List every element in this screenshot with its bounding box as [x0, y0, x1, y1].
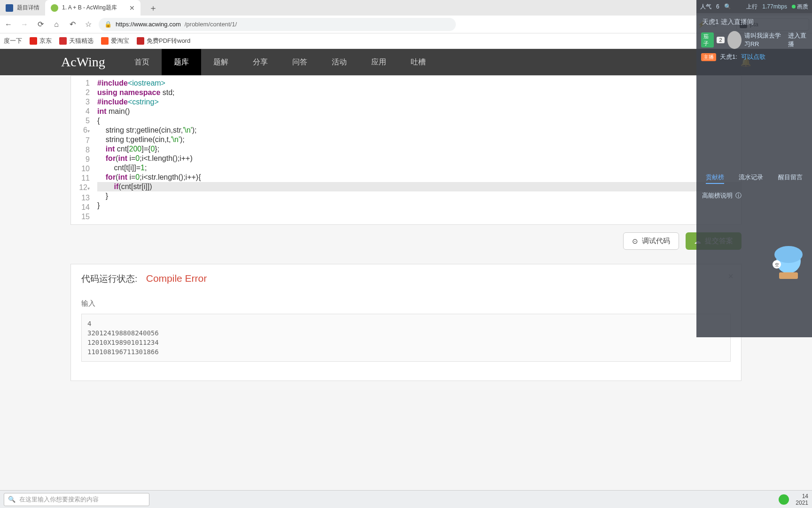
os-taskbar: 🔍 在这里输入你想要搜索的内容 14 2021	[0, 490, 812, 508]
address-bar: ← → ⟳ ⌂ ↶ ☆ 🔒 https://www.acwing.com/pro…	[0, 16, 812, 33]
favicon-icon	[51, 4, 58, 12]
popularity-label: 人气	[700, 3, 711, 11]
bookmark-item[interactable]: 度一下	[4, 37, 22, 45]
taskbar-clock[interactable]: 14 2021	[796, 493, 808, 506]
editor-code-area[interactable]: #include<iostream>using namespace std;#i…	[94, 76, 741, 224]
guest-action: 进入直播	[788, 32, 807, 48]
new-tab-button[interactable]: ＋	[145, 0, 161, 16]
browser-tab-active[interactable]: 1. A + B - AcWing题库 ✕	[45, 0, 141, 16]
search-icon: 🔍	[8, 496, 16, 503]
status-label: 代码运行状态:	[81, 274, 137, 284]
clock-date: 2021	[796, 500, 808, 506]
debug-label: 调试代码	[642, 237, 670, 246]
host-name: 天虎1:	[720, 53, 737, 61]
jd-icon	[30, 37, 37, 45]
guest-count: 2	[717, 37, 724, 43]
nav-tucao[interactable]: 吐槽	[398, 49, 438, 75]
nav-home[interactable]: 首页	[122, 49, 162, 75]
leaderboard-explain[interactable]: 高能榜说明 ⓘ	[696, 187, 812, 205]
url-host: https://www.acwing.com	[116, 21, 181, 28]
home-button[interactable]: ⌂	[51, 19, 62, 30]
svg-point-1	[774, 246, 803, 263]
overlay-tabs: 贡献榜 流水记录 醒目留言	[696, 170, 812, 187]
bookmark-item[interactable]: 爱淘宝	[101, 37, 129, 45]
host-link[interactable]: 可以点歌	[741, 53, 765, 61]
url-input[interactable]: 🔒 https://www.acwing.com/problem/content…	[99, 18, 456, 31]
os-search-input[interactable]: 🔍 在这里输入你想要搜索的内容	[4, 493, 149, 506]
overlay-tab[interactable]: 醒目留言	[778, 173, 803, 184]
favicon-icon	[6, 4, 13, 12]
clock-time: 14	[796, 493, 808, 500]
guest-name: 请叫我滚去学习RR	[744, 32, 785, 48]
host-row: 主播 天虎1: 可以点歌	[696, 51, 812, 63]
input-box: 4 320124198808240056 12010X198901011234 …	[81, 314, 731, 362]
aitaobao-icon	[101, 37, 109, 45]
host-badge: 主播	[701, 53, 716, 61]
uplink-label: 上行	[746, 3, 757, 11]
run-status-card: 代码运行状态: Compile Error × 输入 4 32012419880…	[70, 264, 742, 381]
debug-button[interactable]: ⊙ 调试代码	[623, 232, 679, 250]
star-icon[interactable]: ☆	[83, 19, 94, 30]
nav-problems[interactable]: 题库	[162, 49, 201, 75]
search-icon[interactable]: 🔍	[724, 3, 731, 10]
overlay-topbar: 人气 6 🔍 上行 1.77mbps 画质	[696, 0, 812, 13]
status-value: Compile Error	[146, 273, 207, 284]
pdf-icon	[137, 37, 144, 45]
bookmark-item[interactable]: 天猫精选	[59, 37, 94, 45]
input-label: 输入	[81, 299, 731, 308]
popularity-value: 6	[716, 3, 719, 10]
browser-tabbar: 题目详情 1. A + B - AcWing题库 ✕ ＋	[0, 0, 812, 16]
avatar[interactable]	[727, 31, 742, 49]
undo-button[interactable]: ↶	[67, 19, 78, 30]
forward-button[interactable]: →	[19, 19, 30, 30]
site-nav: AcWing 首页 题库 题解 分享 问答 活动 应用 吐槽 🔔	[0, 49, 812, 75]
tab-label: 题目详情	[17, 4, 39, 12]
editor-gutter: 123456▾789101112▾131415	[71, 76, 94, 224]
code-actions: ⊙ 调试代码 ☁ 提交答案	[70, 225, 742, 250]
os-search-placeholder: 在这里输入你想要搜索的内容	[19, 495, 99, 504]
quality-label: 画质	[797, 3, 808, 10]
tmall-icon	[59, 37, 67, 45]
guest-badge: 茄子	[701, 32, 714, 48]
chat-bubble-icon[interactable]	[779, 494, 789, 505]
overlay-tab[interactable]: 贡献榜	[706, 173, 724, 184]
tab-label: 1. A + B - AcWing题库	[62, 4, 117, 12]
nav-share[interactable]: 分享	[241, 49, 280, 75]
svg-text:空: 空	[775, 262, 779, 267]
browser-tab[interactable]: 题目详情	[0, 0, 45, 16]
close-icon[interactable]: ✕	[129, 4, 135, 12]
bandwidth-value: 1.77mbps	[762, 3, 787, 10]
mascot-icon: 空	[770, 238, 807, 281]
help-circle-icon: ⓘ	[735, 191, 742, 200]
bookmarks-bar: 度一下 京东 天猫精选 爱淘宝 免费PDF转word	[0, 33, 812, 49]
join-message: 天虎1 进入直播间	[696, 13, 812, 29]
svg-rect-2	[779, 272, 798, 279]
nav-activity[interactable]: 活动	[320, 49, 359, 75]
back-button[interactable]: ←	[3, 19, 14, 30]
lock-icon: 🔒	[104, 21, 112, 28]
reload-button[interactable]: ⟳	[35, 19, 46, 30]
url-path: /problem/content/1/	[185, 21, 237, 28]
page-body: 123456▾789101112▾131415 #include<iostrea…	[0, 75, 812, 390]
nav-app[interactable]: 应用	[359, 49, 398, 75]
code-editor[interactable]: 123456▾789101112▾131415 #include<iostrea…	[70, 75, 742, 225]
nav-qa[interactable]: 问答	[280, 49, 320, 75]
nav-solutions[interactable]: 题解	[201, 49, 241, 75]
bookmark-item[interactable]: 京东	[30, 37, 52, 45]
status-dot-icon	[792, 5, 796, 8]
guest-row: 茄子 2 请叫我滚去学习RR 进入直播	[696, 29, 812, 51]
site-logo[interactable]: AcWing	[61, 55, 105, 70]
play-circle-icon: ⊙	[632, 237, 638, 246]
bookmark-item[interactable]: 免费PDF转word	[137, 37, 190, 45]
stream-overlay: 人气 6 🔍 上行 1.77mbps 画质 天虎1 进入直播间 茄子 2 请叫我…	[696, 0, 812, 337]
overlay-tab[interactable]: 流水记录	[739, 173, 763, 184]
